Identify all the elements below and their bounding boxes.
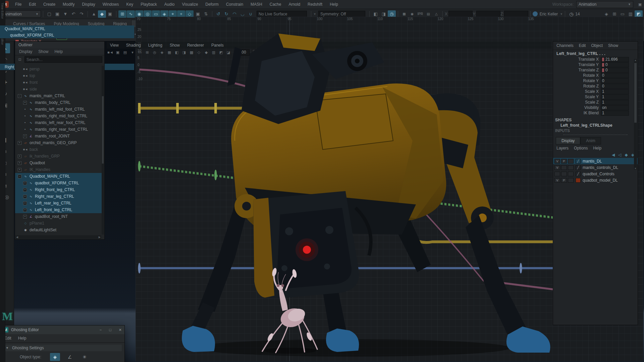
wireframe-icon[interactable]: ◇ bbox=[195, 49, 203, 56]
expand-toggle[interactable] bbox=[18, 222, 21, 225]
layer-visibility-toggle[interactable]: V bbox=[554, 165, 560, 170]
outliner-item[interactable]: + ▱ IK_Handles bbox=[15, 166, 102, 173]
resolution-gate-icon[interactable]: ◧ bbox=[173, 49, 180, 56]
outliner-item[interactable]: + ∿ Right_rear_leg_CTRL bbox=[15, 193, 102, 200]
lighting-icon[interactable]: ◩ bbox=[217, 49, 225, 56]
gate-mask-icon[interactable]: ◨ bbox=[180, 49, 188, 56]
y-input[interactable] bbox=[476, 11, 500, 17]
channel-row[interactable]: Translate Z 0 bbox=[553, 67, 638, 73]
channel-row[interactable]: Scale X 1 bbox=[553, 89, 638, 94]
channel-row[interactable]: Rotate X 0 bbox=[553, 73, 638, 78]
layer-playback-toggle[interactable]: P bbox=[561, 178, 567, 183]
selected-object-name[interactable]: Left_front_leg_CTRL . . . bbox=[553, 50, 638, 57]
outliner-menu-item[interactable]: Help bbox=[54, 49, 63, 54]
outliner-item[interactable]: − ∿ Quadbot_MAIN_CTRL bbox=[15, 173, 102, 180]
viewport-menu-item[interactable]: Lighting bbox=[148, 43, 162, 48]
layer-color-swatch[interactable]: ╱ bbox=[576, 165, 581, 170]
layer-menu-item[interactable]: Options bbox=[574, 146, 588, 150]
channel-row[interactable]: IK Blend 1 bbox=[553, 110, 638, 116]
outliner-item[interactable]: + ∿ Left_rear_leg_CTRL bbox=[15, 200, 102, 206]
layer-display-type-toggle[interactable] bbox=[568, 165, 574, 170]
channel-row[interactable]: Visibility on bbox=[553, 105, 638, 110]
layer-menu-item[interactable]: Layers bbox=[556, 146, 569, 150]
outliner-vscrollbar[interactable] bbox=[102, 66, 104, 235]
z-input[interactable] bbox=[504, 11, 528, 17]
expand-toggle[interactable] bbox=[18, 67, 21, 71]
layer-editor-tab[interactable]: Anim bbox=[580, 137, 601, 144]
outliner-item[interactable]: + ▱ Quadbot bbox=[15, 160, 102, 166]
viewport-menu-item[interactable]: Renderer bbox=[187, 43, 204, 48]
channel-value-field[interactable]: 1 bbox=[601, 89, 629, 94]
channel-value-field[interactable]: 0 bbox=[601, 68, 629, 73]
move-layer-up-icon[interactable]: ◀ bbox=[612, 153, 615, 157]
channel-value-field[interactable]: 1 bbox=[601, 111, 629, 116]
x-input[interactable] bbox=[448, 11, 473, 17]
outliner-item[interactable]: + ∿ quadbot_XFORM_CTRL bbox=[15, 180, 102, 186]
outliner-menu-item[interactable]: Display bbox=[19, 49, 32, 54]
layer-color-swatch[interactable]: ╱ bbox=[576, 159, 581, 164]
outliner-item[interactable]: + ∿ Left_front_leg_CTRL bbox=[15, 206, 102, 213]
expand-toggle[interactable]: + bbox=[23, 215, 27, 219]
channel-value-field[interactable]: 1 bbox=[601, 95, 629, 100]
current-time-line[interactable] bbox=[289, 17, 290, 361]
outliner-item[interactable]: ■◄ front bbox=[15, 79, 102, 86]
channel-row[interactable]: Translate X 21.696 bbox=[553, 57, 638, 62]
expand-toggle[interactable]: − bbox=[18, 175, 21, 178]
layer-playback-toggle[interactable]: P bbox=[561, 159, 567, 164]
channel-box-menu-item[interactable]: Channels bbox=[556, 43, 574, 48]
channel-row[interactable]: Translate Y 0 bbox=[553, 62, 638, 67]
outliner-item[interactable]: + ∠ quadBot_root_INT bbox=[15, 213, 102, 220]
outliner-item[interactable]: ◉ defaultLightSet bbox=[15, 227, 102, 233]
smooth-shade-icon[interactable]: ◆ bbox=[203, 49, 210, 56]
layer-display-type-toggle[interactable] bbox=[568, 159, 574, 164]
new-scene-icon[interactable]: ▢ bbox=[45, 10, 53, 18]
redo-icon[interactable]: ↷ bbox=[77, 10, 86, 18]
menu-item[interactable]: Edit bbox=[25, 2, 40, 7]
layer-playback-toggle[interactable] bbox=[561, 165, 567, 170]
expand-toggle[interactable] bbox=[18, 74, 21, 78]
expand-toggle[interactable]: + bbox=[23, 201, 27, 205]
channel-box-menu-item[interactable]: Edit bbox=[579, 43, 586, 48]
channel-value-field[interactable]: 1 bbox=[601, 100, 629, 105]
menu-item[interactable]: Create bbox=[40, 2, 59, 7]
expand-toggle[interactable] bbox=[18, 228, 21, 232]
expand-toggle[interactable]: − bbox=[18, 94, 21, 98]
outliner-filter-icon[interactable]: ⊡ bbox=[17, 57, 22, 62]
menu-item[interactable]: MASH bbox=[247, 2, 266, 7]
expand-toggle[interactable]: • bbox=[23, 114, 27, 118]
channel-box-menu-item[interactable]: Show bbox=[608, 43, 618, 48]
user-account-chip[interactable]: Eric Keller▼ bbox=[533, 11, 563, 16]
outliner-item[interactable]: ■◄ back bbox=[15, 146, 102, 153]
exposure-field[interactable]: 1.00 bbox=[235, 49, 250, 56]
menu-item[interactable]: Playback bbox=[137, 2, 161, 7]
layer-visibility-toggle[interactable] bbox=[554, 172, 560, 176]
editor-side-tab[interactable]: Time Editor bbox=[1, 3, 4, 19]
camera-attributes-icon[interactable]: ▤ bbox=[121, 49, 129, 56]
undo-icon[interactable]: ↶ bbox=[69, 10, 77, 18]
bookmarks-icon[interactable]: ▾ bbox=[129, 49, 136, 56]
outliner-item[interactable]: ◉ defaultObjectSet bbox=[15, 233, 102, 235]
select-component-icon[interactable]: ▣ bbox=[106, 10, 114, 18]
viewport-menu-item[interactable]: Shading bbox=[126, 43, 141, 48]
channel-value-field[interactable]: 0 bbox=[601, 78, 629, 83]
open-scene-icon[interactable]: ▣ bbox=[53, 10, 61, 18]
outliner-search-input[interactable]: Search... bbox=[24, 56, 102, 63]
display-layer-row[interactable]: V P quadbot_model_DL bbox=[553, 177, 638, 183]
select-camera-icon[interactable]: ■◄ bbox=[107, 49, 114, 56]
menu-item[interactable]: Deform bbox=[202, 2, 222, 7]
expand-toggle[interactable]: • bbox=[23, 128, 27, 131]
channel-row[interactable]: Scale Y 1 bbox=[553, 94, 638, 100]
outliner-item[interactable]: • ∿ mantis_left_mid_foot_CTRL bbox=[15, 106, 102, 113]
outliner-item[interactable]: • ∿ mantis_right_mid_foot_CTRL bbox=[15, 113, 102, 119]
select-hierarchy-icon[interactable]: ▲ bbox=[90, 10, 98, 18]
new-empty-layer-icon[interactable]: ◆ bbox=[625, 153, 628, 157]
expand-toggle[interactable]: + bbox=[18, 168, 21, 172]
channel-value-field[interactable]: 0 bbox=[601, 73, 629, 78]
channel-row[interactable]: Rotate Z 0 bbox=[553, 83, 638, 89]
pane-splitter[interactable] bbox=[563, 134, 628, 135]
field-chart-icon[interactable]: ▦ bbox=[166, 49, 173, 56]
expand-toggle[interactable]: + bbox=[23, 134, 27, 138]
expand-toggle[interactable]: • bbox=[23, 108, 27, 111]
layer-editor-tab[interactable]: Display bbox=[556, 137, 580, 144]
expand-toggle[interactable] bbox=[18, 148, 21, 152]
